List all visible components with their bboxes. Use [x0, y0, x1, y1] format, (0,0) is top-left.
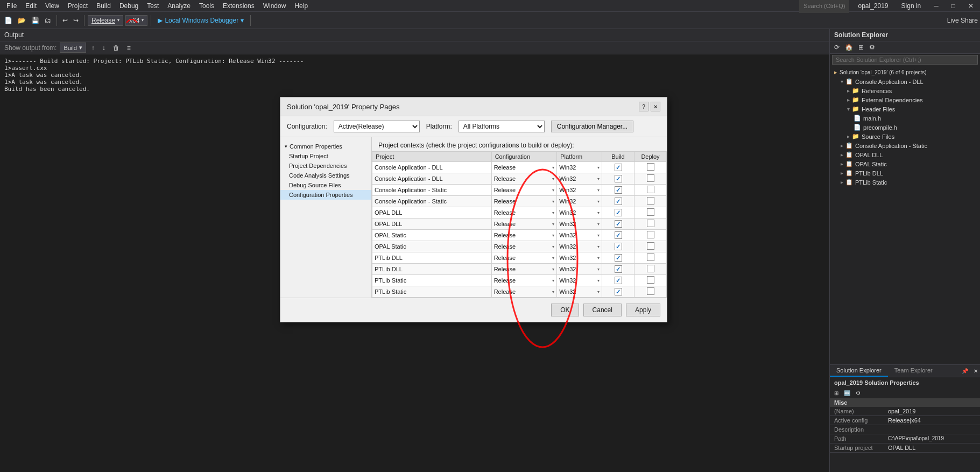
cell-build-7[interactable]	[602, 241, 634, 252]
table-row: OPAL DLLRelease▾Win32▾	[372, 207, 667, 219]
property-pages-dialog: Solution 'opal_2019' Property Pages ? ✕ …	[280, 97, 667, 322]
cell-project-7: OPAL Static	[372, 241, 492, 252]
cell-platform-7[interactable]: Win32▾	[557, 241, 602, 252]
cell-deploy-4[interactable]	[634, 207, 667, 219]
ok-btn[interactable]: OK	[551, 304, 579, 316]
cell-project-8: PTLib DLL	[372, 252, 492, 264]
table-wrapper: Project Configuration Platform Build Dep…	[372, 151, 667, 298]
cell-build-8[interactable]	[602, 252, 634, 264]
nav-expand-icon: ▾	[285, 144, 287, 149]
cell-deploy-2[interactable]	[634, 185, 667, 196]
cell-config-10[interactable]: Release▾	[491, 275, 557, 286]
cell-build-10[interactable]	[602, 275, 634, 286]
table-row: OPAL DLLRelease▾Win32▾	[372, 219, 667, 230]
cell-deploy-5[interactable]	[634, 219, 667, 230]
cell-platform-9[interactable]: Win32▾	[557, 264, 602, 275]
cell-config-0[interactable]: Release▾	[491, 162, 557, 173]
nav-project-deps[interactable]: Project Dependencies	[280, 161, 371, 171]
dialog-help-btn[interactable]: ?	[639, 102, 648, 111]
config-select[interactable]: Active(Release)	[334, 121, 420, 132]
cell-platform-6[interactable]: Win32▾	[557, 230, 602, 241]
cell-config-3[interactable]: Release▾	[491, 196, 557, 207]
table-row: Console Application - DLLRelease▾Win32▾	[372, 173, 667, 185]
cell-build-0[interactable]	[602, 162, 634, 173]
cell-project-5: OPAL DLL	[372, 219, 492, 230]
nav-common-label: Common Properties	[290, 143, 342, 150]
table-row: PTLib DLLRelease▾Win32▾	[372, 252, 667, 264]
cell-config-7[interactable]: Release▾	[491, 241, 557, 252]
cell-build-4[interactable]	[602, 207, 634, 219]
cell-config-5[interactable]: Release▾	[491, 219, 557, 230]
cell-project-1: Console Application - DLL	[372, 173, 492, 185]
cell-deploy-8[interactable]	[634, 252, 667, 264]
dialog-left-nav: ▾ Common Properties Startup Project Proj…	[280, 137, 372, 298]
dialog-main-area: ▾ Common Properties Startup Project Proj…	[280, 137, 667, 298]
cell-project-11: PTLib Static	[372, 286, 492, 298]
cell-platform-5[interactable]: Win32▾	[557, 219, 602, 230]
col-deploy: Deploy	[634, 152, 667, 162]
dialog-config-row: Configuration: Active(Release) Platform:…	[280, 116, 667, 137]
cell-platform-1[interactable]: Win32▾	[557, 173, 602, 185]
cell-platform-10[interactable]: Win32▾	[557, 275, 602, 286]
cell-deploy-11[interactable]	[634, 286, 667, 298]
col-platform: Platform	[557, 152, 602, 162]
cell-platform-8[interactable]: Win32▾	[557, 252, 602, 264]
dialog-title: Solution 'opal_2019' Property Pages	[287, 103, 400, 111]
cell-deploy-7[interactable]	[634, 241, 667, 252]
cell-platform-11[interactable]: Win32▾	[557, 286, 602, 298]
cell-platform-2[interactable]: Win32▾	[557, 185, 602, 196]
cell-config-1[interactable]: Release▾	[491, 173, 557, 185]
cell-build-2[interactable]	[602, 185, 634, 196]
cell-config-11[interactable]: Release▾	[491, 286, 557, 298]
cell-config-9[interactable]: Release▾	[491, 264, 557, 275]
cell-build-11[interactable]	[602, 286, 634, 298]
table-row: Console Application - DLLRelease▾Win32▾	[372, 162, 667, 173]
table-row: OPAL StaticRelease▾Win32▾	[372, 230, 667, 241]
dialog-close-btn[interactable]: ✕	[651, 102, 660, 111]
table-row: OPAL StaticRelease▾Win32▾	[372, 241, 667, 252]
config-label: Configuration:	[287, 123, 327, 130]
table-row: PTLib StaticRelease▾Win32▾	[372, 286, 667, 298]
dialog-footer: OK Cancel Apply	[280, 298, 667, 322]
table-row: Console Application - StaticRelease▾Win3…	[372, 185, 667, 196]
nav-config-props[interactable]: Configuration Properties	[280, 190, 371, 200]
cell-build-6[interactable]	[602, 230, 634, 241]
cell-deploy-1[interactable]	[634, 173, 667, 185]
cell-platform-3[interactable]: Win32▾	[557, 196, 602, 207]
col-build: Build	[602, 152, 634, 162]
config-mgr-btn[interactable]: Configuration Manager...	[551, 121, 633, 132]
dialog-right: Project contexts (check the project conf…	[372, 137, 667, 298]
cell-deploy-9[interactable]	[634, 264, 667, 275]
cell-deploy-6[interactable]	[634, 230, 667, 241]
nav-code-analysis[interactable]: Code Analysis Settings	[280, 171, 371, 180]
platform-select[interactable]: All Platforms	[459, 121, 545, 132]
cell-project-2: Console Application - Static	[372, 185, 492, 196]
cell-project-3: Console Application - Static	[372, 196, 492, 207]
nav-common-props[interactable]: ▾ Common Properties	[280, 142, 371, 151]
cell-project-6: OPAL Static	[372, 230, 492, 241]
cancel-btn[interactable]: Cancel	[583, 304, 622, 316]
cell-deploy-3[interactable]	[634, 196, 667, 207]
col-project: Project	[372, 152, 492, 162]
apply-btn[interactable]: Apply	[626, 304, 660, 316]
cell-config-2[interactable]: Release▾	[491, 185, 557, 196]
cell-deploy-10[interactable]	[634, 275, 667, 286]
table-row: Console Application - StaticRelease▾Win3…	[372, 196, 667, 207]
cell-deploy-0[interactable]	[634, 162, 667, 173]
cell-config-8[interactable]: Release▾	[491, 252, 557, 264]
table-row: PTLib StaticRelease▾Win32▾	[372, 275, 667, 286]
cell-config-4[interactable]: Release▾	[491, 207, 557, 219]
cell-platform-4[interactable]: Win32▾	[557, 207, 602, 219]
cell-config-6[interactable]: Release▾	[491, 230, 557, 241]
cell-build-9[interactable]	[602, 264, 634, 275]
cell-build-5[interactable]	[602, 219, 634, 230]
nav-debug-source[interactable]: Debug Source Files	[280, 180, 371, 190]
nav-startup-project[interactable]: Startup Project	[280, 151, 371, 161]
cell-project-0: Console Application - DLL	[372, 162, 492, 173]
table-row: PTLib DLLRelease▾Win32▾	[372, 264, 667, 275]
cell-build-3[interactable]	[602, 196, 634, 207]
cell-platform-0[interactable]: Win32▾	[557, 162, 602, 173]
cell-build-1[interactable]	[602, 173, 634, 185]
col-configuration: Configuration	[491, 152, 557, 162]
table-header-row: Project Configuration Platform Build Dep…	[372, 152, 667, 162]
